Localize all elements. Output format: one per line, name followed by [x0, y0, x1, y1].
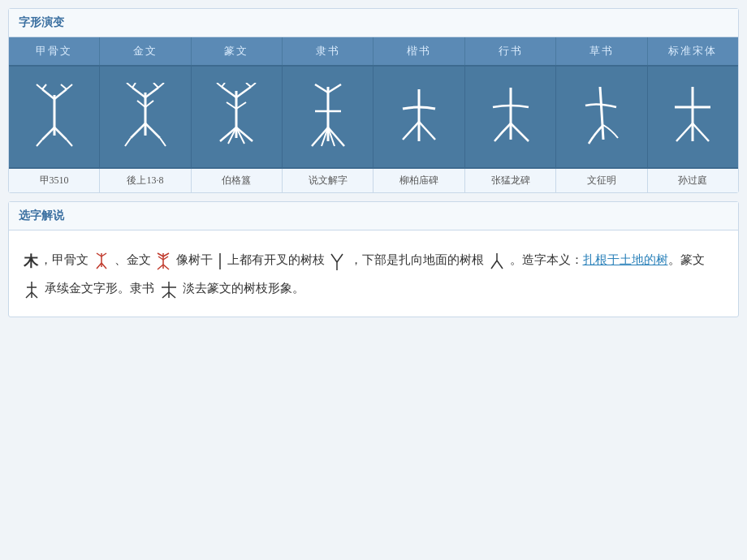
svg-line-71	[497, 261, 503, 269]
source-1: 甲3510	[9, 168, 100, 192]
char-cursive	[556, 66, 647, 168]
evolution-table: 甲骨文 金文 篆文 隶书 楷书 行书 草书 标准宋体	[9, 37, 738, 192]
svg-line-70	[491, 261, 497, 269]
svg-line-10	[67, 140, 72, 146]
svg-line-39	[328, 84, 341, 93]
svg-line-18	[131, 123, 145, 138]
svg-line-32	[236, 102, 246, 109]
svg-line-1	[42, 89, 54, 99]
seal-inline-char	[24, 281, 40, 299]
header-running: 行书	[464, 37, 555, 66]
header-cursive: 草书	[556, 37, 647, 66]
bronze-inline-char	[155, 252, 171, 270]
main-char: 木	[24, 253, 38, 269]
evolution-section: 字形演变 甲骨文 金文 篆文 隶书 楷书 行书 草书 标准宋体	[8, 8, 739, 193]
svg-line-15	[132, 83, 136, 88]
source-2: 後上13·8	[100, 168, 191, 192]
svg-line-61	[158, 256, 163, 260]
svg-line-9	[37, 140, 42, 146]
svg-line-26	[236, 87, 251, 97]
svg-line-13	[145, 88, 158, 97]
char-clerical	[374, 66, 464, 168]
running-char-svg	[486, 83, 535, 148]
svg-line-2	[54, 89, 67, 99]
char-seal	[283, 66, 374, 168]
source-4: 说文解字	[283, 168, 374, 192]
svg-line-63	[158, 265, 163, 269]
clerical-char-svg	[395, 83, 443, 148]
svg-line-68	[337, 254, 343, 262]
svg-line-55	[101, 253, 106, 256]
svg-line-21	[160, 138, 166, 146]
svg-line-17	[158, 83, 164, 88]
svg-line-16	[153, 83, 158, 88]
svg-line-6	[67, 84, 72, 89]
oracle-char-svg-1	[30, 83, 79, 148]
header-row: 甲骨文 金文 篆文 隶书 楷书 行书 草书 标准宋体	[9, 37, 738, 66]
svg-line-74	[26, 292, 32, 298]
svg-line-19	[145, 123, 160, 138]
trunk-inline-char	[218, 252, 222, 270]
bronze-char-svg	[212, 83, 261, 148]
source-8: 孙过庭	[647, 168, 738, 192]
oracle-char-svg-2	[121, 83, 170, 148]
svg-line-79	[169, 292, 175, 298]
svg-line-12	[132, 88, 145, 97]
svg-line-14	[127, 83, 132, 88]
svg-line-31	[227, 102, 236, 109]
char-row	[9, 66, 738, 168]
header-oracle: 甲骨文	[9, 37, 100, 66]
svg-line-57	[101, 263, 106, 269]
evolution-table-wrapper: 甲骨文 金文 篆文 隶书 楷书 行书 草书 标准宋体	[9, 37, 738, 192]
svg-line-56	[97, 263, 101, 269]
svg-line-46	[403, 122, 419, 140]
svg-line-28	[222, 83, 225, 87]
cursive-char-svg	[577, 83, 626, 148]
explanation-paragraph: 木，甲骨文 、金文	[22, 247, 725, 300]
svg-line-51	[676, 123, 693, 141]
svg-line-75	[32, 292, 37, 298]
svg-line-54	[97, 253, 101, 256]
svg-line-3	[37, 84, 42, 89]
source-5: 柳柏庙碑	[374, 168, 464, 192]
svg-line-8	[54, 127, 67, 140]
header-bronze: 金文	[100, 37, 191, 66]
char-standard	[647, 66, 738, 168]
svg-line-30	[251, 83, 256, 87]
char-bronze	[191, 66, 282, 168]
svg-line-33	[220, 127, 236, 141]
svg-line-59	[158, 253, 163, 256]
source-3: 伯格簋	[191, 168, 282, 192]
branch-inline-char	[329, 252, 345, 270]
svg-line-36	[236, 127, 253, 141]
svg-line-5	[61, 84, 67, 89]
svg-line-64	[163, 265, 169, 269]
explanation-title: 选字解说	[9, 202, 738, 230]
svg-line-52	[693, 123, 709, 141]
header-standard: 标准宋体	[647, 37, 738, 66]
header-seal: 篆文	[191, 37, 282, 66]
oracle-inline-char	[93, 252, 110, 270]
svg-line-67	[331, 254, 337, 262]
source-7: 文征明	[556, 168, 647, 192]
svg-line-4	[42, 84, 46, 89]
svg-line-20	[125, 138, 131, 146]
svg-line-25	[222, 87, 236, 97]
source-6: 张猛龙碑	[464, 168, 555, 192]
standard-char-svg	[668, 83, 717, 148]
svg-line-38	[315, 84, 328, 93]
svg-line-60	[163, 253, 169, 256]
svg-line-62	[163, 256, 168, 260]
underline-meaning: 扎根于土地的树	[583, 253, 668, 266]
evolution-title: 字形演变	[9, 9, 738, 37]
header-regular: 楷书	[374, 37, 464, 66]
svg-line-7	[42, 127, 54, 140]
svg-line-29	[246, 83, 251, 87]
header-clerical: 隶书	[283, 37, 374, 66]
char-oracle-1	[9, 66, 100, 168]
explanation-content: 木，甲骨文 、金文	[9, 230, 738, 317]
char-running	[464, 66, 555, 168]
seal-char-svg	[304, 83, 352, 148]
svg-line-47	[419, 122, 435, 140]
svg-line-27	[217, 83, 222, 87]
